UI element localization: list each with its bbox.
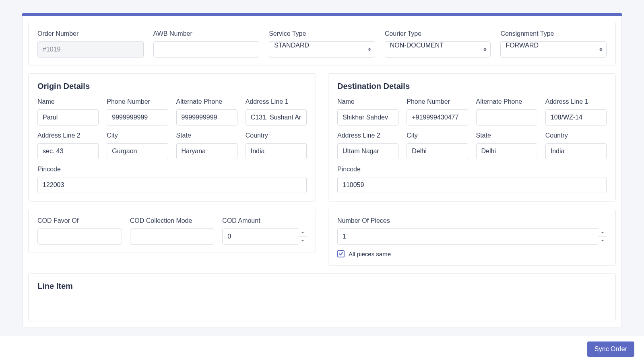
dest-state-input[interactable] (476, 143, 537, 159)
consignment-type-label: Consignment Type (500, 30, 607, 37)
pieces-step-down[interactable] (598, 237, 607, 245)
awb-number-label: AWB Number (153, 30, 260, 37)
dest-name-label: Name (337, 98, 398, 105)
dest-name-input[interactable] (337, 109, 398, 125)
dest-addr1-label: Address Line 1 (545, 98, 607, 105)
accent-bar (22, 13, 622, 16)
order-number-label: Order Number (37, 30, 144, 37)
order-meta-card: Order Number AWB Number Service Type STA… (28, 22, 616, 66)
origin-altphone-label: Alternate Phone (176, 98, 237, 105)
origin-addr1-input[interactable] (246, 109, 307, 125)
origin-country-label: Country (246, 132, 307, 139)
pieces-count-label: Number Of Pieces (337, 217, 607, 224)
cod-card: COD Favor Of COD Collection Mode COD Amo… (28, 209, 316, 253)
dest-city-input[interactable] (407, 143, 468, 159)
origin-altphone-input[interactable] (176, 109, 237, 125)
pieces-step-up[interactable] (598, 228, 607, 237)
origin-addr2-label: Address Line 2 (37, 132, 99, 139)
service-type-label: Service Type (269, 30, 375, 37)
footer-bar: Sync Order (0, 336, 644, 362)
cod-amount-step-down[interactable] (298, 237, 307, 245)
dest-altphone-input[interactable] (476, 109, 537, 125)
dest-addr2-label: Address Line 2 (337, 132, 398, 139)
origin-phone-input[interactable] (107, 109, 168, 125)
line-item-title: Line Item (37, 282, 607, 291)
dest-pincode-input[interactable] (337, 177, 607, 193)
dest-pincode-label: Pincode (337, 166, 607, 173)
sync-order-button[interactable]: Sync Order (587, 341, 634, 357)
cod-favor-label: COD Favor Of (37, 217, 122, 224)
destination-title: Destination Details (337, 82, 607, 91)
origin-addr1-label: Address Line 1 (246, 98, 307, 105)
consignment-type-select[interactable]: FORWARD (500, 41, 607, 58)
dest-country-input[interactable] (545, 143, 607, 159)
pieces-count-input[interactable] (337, 228, 607, 245)
origin-city-input[interactable] (107, 143, 168, 159)
check-icon (339, 251, 343, 256)
cod-amount-label: COD Amount (222, 217, 307, 224)
dest-city-label: City (407, 132, 468, 139)
courier-type-select[interactable]: NON-DOCUMENT (385, 41, 491, 58)
origin-pincode-label: Pincode (37, 166, 307, 173)
cod-amount-input[interactable] (222, 228, 307, 245)
origin-name-input[interactable] (37, 109, 99, 125)
dest-altphone-label: Alternate Phone (476, 98, 537, 105)
origin-pincode-input[interactable] (37, 177, 307, 193)
destination-details-card: Destination Details Name Phone Number (328, 73, 616, 202)
line-item-card: Line Item (28, 273, 616, 321)
origin-addr2-input[interactable] (37, 143, 99, 159)
dest-phone-label: Phone Number (407, 98, 468, 105)
origin-city-label: City (107, 132, 168, 139)
pieces-card: Number Of Pieces (328, 209, 616, 266)
cod-amount-step-up[interactable] (298, 228, 307, 237)
cod-mode-label: COD Collection Mode (130, 217, 215, 224)
dest-country-label: Country (545, 132, 607, 139)
dest-phone-input[interactable] (407, 109, 468, 125)
origin-name-label: Name (37, 98, 99, 105)
order-number-input (37, 41, 144, 58)
origin-title: Origin Details (37, 82, 307, 91)
origin-state-input[interactable] (176, 143, 237, 159)
form-frame: Order Number AWB Number Service Type STA… (22, 16, 622, 327)
origin-country-input[interactable] (246, 143, 307, 159)
origin-details-card: Origin Details Name Phone Number (28, 73, 316, 202)
dest-addr1-input[interactable] (545, 109, 607, 125)
cod-favor-input[interactable] (37, 228, 122, 245)
service-type-select[interactable]: STANDARD (269, 41, 375, 58)
origin-state-label: State (176, 132, 237, 139)
origin-phone-label: Phone Number (107, 98, 168, 105)
awb-number-input[interactable] (153, 41, 260, 58)
all-pieces-same-label: All pieces same (349, 251, 391, 257)
all-pieces-same-checkbox[interactable] (337, 250, 345, 257)
dest-state-label: State (476, 132, 537, 139)
courier-type-label: Courier Type (385, 30, 491, 37)
cod-mode-input[interactable] (130, 228, 215, 245)
dest-addr2-input[interactable] (337, 143, 398, 159)
